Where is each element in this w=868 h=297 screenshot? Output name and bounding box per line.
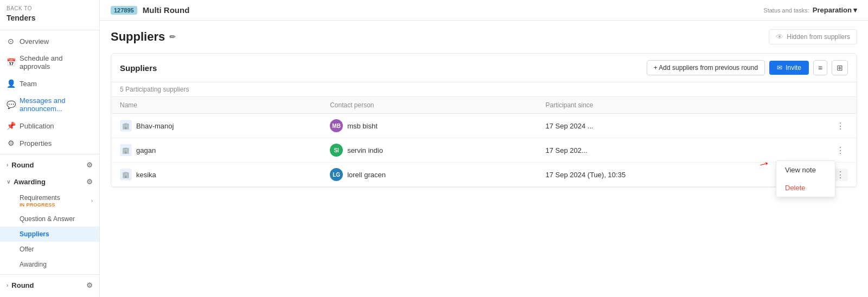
awarding-gear-icon[interactable]: ⚙ (86, 178, 93, 186)
sidebar-item-awarding[interactable]: Awarding (0, 257, 99, 272)
tender-title: Multi Round (143, 5, 190, 15)
awarding-label: Awarding (14, 178, 46, 186)
edit-title-icon[interactable]: ✏ (169, 33, 176, 41)
overview-icon: ⊙ (7, 37, 15, 46)
suppliers-card-title: Suppliers (120, 63, 157, 73)
sidebar: BACK TO Tenders ⊙ Overview 📅 Schedule an… (0, 0, 100, 297)
card-actions: + Add suppliers from previous round ✉ In… (647, 60, 848, 75)
avatar: SI (330, 144, 343, 157)
participating-count: 5 Participating suppliers (111, 82, 857, 97)
round2-section[interactable]: › Round ⚙ (0, 277, 99, 294)
suppliers-card: Suppliers + Add suppliers from previous … (111, 53, 857, 188)
chevron-right-icon2: › (7, 282, 8, 288)
round1-label: Round (11, 161, 34, 169)
main-content: 127895 Multi Round Status and tasks: Pre… (100, 0, 868, 297)
grid-icon: ⊞ (837, 63, 843, 72)
requirements-label: Requirements (20, 194, 60, 202)
sidebar-item-team[interactable]: 👤 Team (0, 75, 99, 92)
since-date: 17 Sep 2024 ... (537, 114, 824, 138)
offer-label: Offer (20, 246, 34, 253)
in-progress-badge: IN PROGRESS (20, 202, 60, 208)
sidebar-item-label: Messages and announcem... (20, 96, 93, 113)
status-value[interactable]: Preparation ▾ (813, 6, 857, 14)
sidebar-item-schedule[interactable]: 📅 Schedule and approvals (0, 50, 99, 75)
supplier-name: kesika (136, 171, 156, 179)
context-menu-view-note[interactable]: View note (776, 161, 835, 179)
table-row: 🏢 Bhav-manoj MB msb bisht 17 Sep 2024 ..… (111, 114, 857, 138)
context-menu-delete[interactable]: Delete (776, 179, 835, 197)
schedule-icon: 📅 (7, 58, 15, 67)
suppliers-card-header: Suppliers + Add suppliers from previous … (111, 54, 857, 82)
status-chevron-icon: ▾ (853, 6, 857, 14)
hidden-from-suppliers-badge: 👁 Hidden from suppliers (769, 29, 857, 44)
requirements-chevron: › (91, 198, 93, 204)
envelope-icon: ✉ (777, 64, 782, 72)
topbar-left: 127895 Multi Round (111, 5, 189, 15)
contact-cell: MB msb bisht (321, 114, 537, 138)
chevron-down-icon: ∨ (7, 179, 10, 185)
list-icon: ≡ (818, 63, 822, 72)
supplier-name-cell: 🏢 Bhav-manoj (111, 114, 321, 138)
page-title-row: Suppliers ✏ 👁 Hidden from suppliers (111, 29, 857, 44)
qa-label: Question & Answer (20, 215, 75, 223)
sidebar-item-properties[interactable]: ⚙ Properties (0, 134, 99, 152)
sidebar-item-label: Properties (20, 139, 52, 147)
add-suppliers-prev-button[interactable]: + Add suppliers from previous round (647, 60, 765, 75)
sidebar-item-qa[interactable]: Question & Answer (0, 211, 99, 227)
gear-icon[interactable]: ⚙ (86, 161, 93, 169)
awarding-section[interactable]: ∨ Awarding ⚙ (0, 173, 99, 190)
status-label: Status and tasks: (763, 7, 809, 14)
sidebar-item-requirements[interactable]: Requirements IN PROGRESS › (0, 190, 99, 211)
contact-name: lorell gracen (347, 171, 386, 179)
suppliers-label: Suppliers (20, 230, 49, 238)
avatar: MB (330, 119, 343, 132)
invite-button[interactable]: ✉ Invite (769, 61, 809, 75)
awarding-sub-label: Awarding (20, 261, 47, 268)
tender-id-badge: 127895 (111, 6, 137, 15)
col-actions (824, 97, 857, 114)
topbar-right: Status and tasks: Preparation ▾ (763, 6, 857, 14)
back-to-label: BACK TO (0, 0, 99, 14)
suppliers-table: Name Contact person Participant since 🏢 … (111, 97, 857, 187)
sidebar-item-offer[interactable]: Offer (0, 242, 99, 257)
sidebar-item-overview[interactable]: ⊙ Overview (0, 33, 99, 50)
col-contact: Contact person (321, 97, 537, 114)
supplier-icon: 🏢 (120, 169, 132, 180)
messages-icon: 💬 (7, 100, 15, 109)
hidden-text: Hidden from suppliers (787, 33, 850, 41)
view-list-button[interactable]: ≡ (813, 60, 827, 75)
sidebar-item-messages[interactable]: 💬 Messages and announcem... (0, 92, 99, 117)
avatar: LG (330, 168, 343, 181)
since-date: 17 Sep 202... (537, 138, 824, 163)
contact-name: servin indio (347, 146, 383, 154)
page-title: Suppliers ✏ (111, 30, 176, 44)
row-more-button[interactable]: ⋮ (833, 144, 848, 157)
sidebar-item-publication[interactable]: 📌 Publication (0, 117, 99, 134)
supplier-name-cell: 🏢 gagan (111, 138, 321, 163)
row-action-cell: ⋮ (824, 138, 857, 163)
topbar: 127895 Multi Round Status and tasks: Pre… (100, 0, 868, 21)
row-more-button[interactable]: ⋮ (833, 120, 848, 132)
divider (0, 274, 99, 275)
divider (0, 30, 99, 30)
sidebar-item-label: Team (20, 80, 37, 88)
view-grid-button[interactable]: ⊞ (832, 60, 848, 75)
table-header-row: Name Contact person Participant since (111, 97, 857, 114)
supplier-name-cell: 🏢 kesika (111, 163, 321, 187)
supplier-icon: 🏢 (120, 120, 132, 132)
sidebar-item-suppliers[interactable]: Suppliers (0, 227, 99, 242)
contact-name: msb bisht (347, 122, 378, 130)
eye-slash-icon: 👁 (776, 33, 783, 41)
contact-cell: LG lorell gracen (321, 163, 537, 187)
row-action-cell: ⋮ (824, 114, 857, 138)
supplier-icon: 🏢 (120, 144, 132, 156)
back-to-tenders[interactable]: Tenders (0, 14, 99, 28)
round1-section[interactable]: › Round ⚙ (0, 157, 99, 173)
col-name: Name (111, 97, 321, 114)
sidebar-item-label: Overview (20, 37, 49, 46)
col-since: Participant since (537, 97, 824, 114)
supplier-name: gagan (136, 146, 156, 154)
round2-gear-icon[interactable]: ⚙ (86, 281, 93, 289)
table-row: 🏢 kesika LG lorell gracen 17 Sep 2024 (T… (111, 163, 857, 187)
sidebar-item-label: Schedule and approvals (20, 54, 93, 70)
